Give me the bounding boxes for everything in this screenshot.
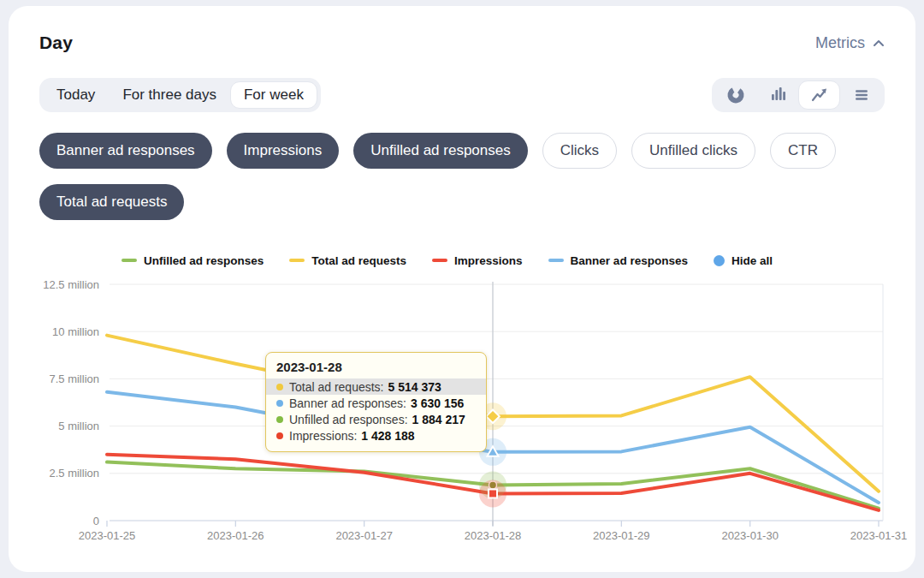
bar-chart-icon[interactable] <box>756 80 798 110</box>
pill-unfilled-clicks[interactable]: Unfilled clicks <box>631 133 755 169</box>
tooltip-dot <box>276 416 283 423</box>
tooltip-rows: Total ad requests:5 514 373Banner ad res… <box>266 378 486 444</box>
legend-swatch <box>289 259 305 262</box>
chart-legend: Unfilled ad responsesTotal ad requestsIm… <box>121 253 885 268</box>
controls-row: TodayFor three daysFor week <box>39 78 885 112</box>
hide-all-dot <box>714 255 725 266</box>
date-range-tabs: TodayFor three daysFor week <box>39 78 321 112</box>
y-axis-label: 2.5 million <box>49 467 99 480</box>
tooltip-dot <box>276 400 283 407</box>
chevron-up-icon <box>873 39 885 47</box>
tooltip-date: 2023-01-28 <box>266 360 486 374</box>
pill-banner-ad-responses[interactable]: Banner ad responses <box>39 133 212 169</box>
tooltip-dot <box>276 384 283 390</box>
tooltip-row-unfilled-ad-responses: Unfilled ad responses:1 884 217 <box>266 411 486 427</box>
legend-swatch <box>548 259 564 262</box>
y-axis-label: 5 million <box>58 420 99 432</box>
metrics-toggle-label: Metrics <box>815 34 865 52</box>
x-axis-label: 2023-01-26 <box>207 529 264 542</box>
tooltip-row-impressions: Impressions:1 428 188 <box>266 427 486 444</box>
tab-today[interactable]: Today <box>43 81 109 109</box>
legend-label: Hide all <box>732 254 773 267</box>
legend-label: Unfilled ad responses <box>144 254 264 267</box>
tooltip-row-total-ad-requests: Total ad requests:5 514 373 <box>266 378 486 395</box>
y-axis-label: 12.5 million <box>43 278 99 291</box>
x-axis-label: 2023-01-28 <box>465 529 522 542</box>
x-axis-label: 2023-01-30 <box>721 529 779 542</box>
legend-label: Banner ad responses <box>571 254 688 267</box>
metric-filter-pills: Banner ad responsesImpressionsUnfilled a… <box>39 133 844 220</box>
card-header: Day Metrics <box>39 30 885 56</box>
x-axis-label: 2023-01-29 <box>593 529 650 542</box>
chart-type-switcher <box>712 78 885 112</box>
pie-chart-icon[interactable] <box>714 80 756 110</box>
y-axis-label: 10 million <box>52 325 99 338</box>
metrics-collapse-toggle[interactable]: Metrics <box>815 34 885 52</box>
pill-total-ad-requests[interactable]: Total ad requests <box>39 184 184 220</box>
marker-square-impressions <box>489 489 497 498</box>
legend-item-unfilled-ad-responses[interactable]: Unfilled ad responses <box>121 254 264 267</box>
legend-item-impressions[interactable]: Impressions <box>432 254 523 267</box>
x-axis-label: 2023-01-31 <box>850 529 908 542</box>
y-axis-label: 0 <box>93 515 99 527</box>
legend-item-banner-ad-responses[interactable]: Banner ad responses <box>548 254 688 267</box>
legend-label: Impressions <box>454 254 523 267</box>
chart-area: 02.5 million5 million7.5 million10 milli… <box>9 278 915 544</box>
menu-icon[interactable] <box>840 80 882 110</box>
y-axis-label: 7.5 million <box>49 372 99 385</box>
legend-swatch <box>432 259 447 262</box>
pill-clicks[interactable]: Clicks <box>542 133 617 169</box>
legend-hide-all[interactable]: Hide all <box>714 254 773 267</box>
tab-for-three-days[interactable]: For three days <box>109 81 230 109</box>
pill-unfilled-ad-responses[interactable]: Unfilled ad responses <box>353 133 527 169</box>
legend-item-total-ad-requests[interactable]: Total ad requests <box>289 254 406 267</box>
tooltip-row-banner-ad-responses: Banner ad responses:3 630 156 <box>266 395 486 411</box>
metrics-card: Day Metrics TodayFor three daysFor week <box>9 6 915 572</box>
x-axis-label: 2023-01-25 <box>79 529 136 542</box>
tab-for-week[interactable]: For week <box>230 81 317 109</box>
line-chart-icon[interactable] <box>798 80 840 110</box>
legend-label: Total ad requests <box>311 254 406 267</box>
pill-ctr[interactable]: CTR <box>770 133 836 169</box>
page-title: Day <box>39 33 73 53</box>
x-axis-label: 2023-01-27 <box>335 529 393 542</box>
chart-tooltip: 2023-01-28 Total ad requests:5 514 373Ba… <box>265 352 487 452</box>
legend-swatch <box>121 259 137 262</box>
pill-impressions[interactable]: Impressions <box>227 133 340 169</box>
tooltip-dot <box>276 432 283 439</box>
